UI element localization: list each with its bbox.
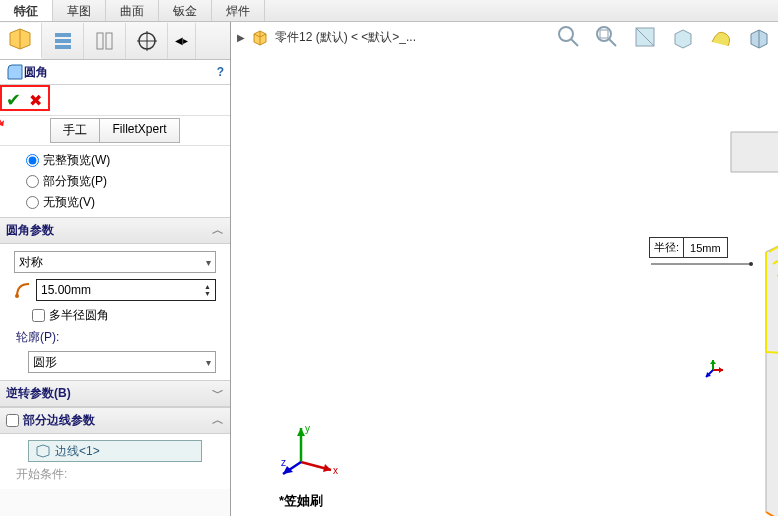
- tab-surface[interactable]: 曲面: [106, 0, 159, 21]
- dimension-label: 半径:: [650, 238, 684, 257]
- model-preview: [551, 92, 778, 516]
- part-icon: [251, 28, 269, 46]
- help-icon[interactable]: ?: [217, 65, 224, 79]
- panel-tab-feature[interactable]: [0, 23, 42, 59]
- svg-point-9: [559, 27, 573, 41]
- panel-tab-more[interactable]: ◀▸: [168, 23, 196, 59]
- svg-rect-0: [55, 33, 71, 37]
- mode-manual[interactable]: 手工: [50, 118, 99, 143]
- coordinate-axes-icon: x y z: [281, 422, 341, 482]
- svg-text:z: z: [281, 457, 286, 468]
- hide-show-icon[interactable]: [746, 24, 772, 50]
- config-icon: [94, 30, 116, 52]
- zoom-area-icon[interactable]: [594, 24, 620, 50]
- property-icon: [52, 30, 74, 52]
- tab-sheetmetal[interactable]: 钣金: [159, 0, 212, 21]
- edge-select-box[interactable]: 边线<1>: [28, 440, 202, 462]
- svg-rect-13: [600, 30, 608, 38]
- dimension-callout[interactable]: 半径: 15mm: [649, 237, 728, 258]
- origin-triad-icon: [701, 358, 725, 382]
- svg-point-11: [597, 27, 611, 41]
- svg-marker-28: [297, 428, 305, 436]
- cancel-button[interactable]: ✖: [29, 91, 42, 110]
- tab-sketch[interactable]: 草图: [53, 0, 106, 21]
- svg-marker-21: [710, 360, 716, 364]
- mode-filletxpert[interactable]: FilletXpert: [99, 118, 179, 143]
- chevron-up-icon[interactable]: ︿: [212, 412, 224, 429]
- section-reverse-params: 逆转参数(B): [6, 385, 71, 402]
- svg-rect-4: [106, 33, 112, 49]
- chevron-down-icon: ▾: [206, 357, 211, 368]
- label-profile: 轮廓(P):: [8, 327, 222, 348]
- radio-partial-preview[interactable]: [26, 175, 39, 188]
- graphics-area[interactable]: ▶ 零件12 (默认) < <默认>_...: [231, 22, 778, 516]
- profile-value: 圆形: [33, 354, 57, 371]
- panel-tab-property[interactable]: [42, 23, 84, 59]
- label-partial-preview: 部分预览(P): [43, 173, 107, 190]
- section-partial-edge: 部分边线参数: [23, 412, 95, 429]
- ok-button[interactable]: ✔: [6, 89, 21, 111]
- fillet-icon: [6, 63, 24, 81]
- radius-input[interactable]: 15.00mm ▲▼: [36, 279, 216, 301]
- chevron-left-icon: ◀▸: [175, 35, 188, 46]
- label-full-preview: 完整预览(W): [43, 152, 110, 169]
- svg-rect-3: [97, 33, 103, 49]
- radio-full-preview[interactable]: [26, 154, 39, 167]
- document-name[interactable]: 零件12 (默认) < <默认>_...: [275, 29, 416, 46]
- ribbon-tabs: 特征 草图 曲面 钣金 焊件: [0, 0, 778, 22]
- chevron-down-icon[interactable]: ﹀: [212, 385, 224, 402]
- panel-tabs: ◀▸: [0, 22, 230, 60]
- panel-tab-config[interactable]: [84, 23, 126, 59]
- svg-point-17: [749, 262, 753, 266]
- radius-icon: [14, 281, 32, 299]
- radio-no-preview[interactable]: [26, 196, 39, 209]
- symmetry-select[interactable]: 对称 ▾: [14, 251, 216, 273]
- svg-text:y: y: [305, 423, 310, 434]
- label-multi-radius: 多半径圆角: [49, 307, 109, 324]
- viewport[interactable]: 半径: 15mm x y z *笠妯刷: [231, 52, 778, 516]
- checkbox-multi-radius[interactable]: [32, 309, 45, 322]
- zoom-fit-icon[interactable]: [556, 24, 582, 50]
- spin-up[interactable]: ▲: [204, 283, 211, 290]
- section-fillet-params: 圆角参数: [6, 222, 54, 239]
- feature-title: 圆角: [24, 64, 211, 81]
- chevron-down-icon: ▾: [206, 257, 211, 268]
- status-text: *笠妯刷: [279, 492, 323, 510]
- svg-rect-2: [55, 45, 71, 49]
- svg-point-8: [15, 294, 19, 298]
- feature-tree-icon: [8, 27, 34, 53]
- edge-value: 边线<1>: [55, 443, 100, 460]
- spin-down[interactable]: ▼: [204, 290, 211, 297]
- svg-marker-19: [719, 367, 723, 373]
- tab-weldment[interactable]: 焊件: [212, 0, 265, 21]
- view-orient-icon[interactable]: [670, 24, 696, 50]
- feature-panel: ◀▸ 圆角 ? ✔ ✖ ➘ 手工 FilletXpert 完整预览(W) 部分预…: [0, 22, 231, 516]
- tab-feature[interactable]: 特征: [0, 0, 53, 21]
- profile-select[interactable]: 圆形 ▾: [28, 351, 216, 373]
- radius-value: 15.00mm: [41, 283, 91, 297]
- display-style-icon[interactable]: [708, 24, 734, 50]
- svg-line-12: [609, 39, 616, 46]
- label-start-condition: 开始条件:: [8, 464, 222, 485]
- symmetry-value: 对称: [19, 254, 43, 271]
- svg-text:x: x: [333, 465, 338, 476]
- label-no-preview: 无预览(V): [43, 194, 95, 211]
- view-toolbar: [556, 24, 772, 50]
- svg-rect-1: [55, 39, 71, 43]
- target-icon: [136, 30, 158, 52]
- chevron-up-icon[interactable]: ︿: [212, 222, 224, 239]
- checkbox-partial-edge[interactable]: [6, 414, 19, 427]
- edge-icon: [35, 443, 51, 459]
- panel-tab-dim[interactable]: [126, 23, 168, 59]
- breadcrumb-arrow-icon[interactable]: ▶: [237, 32, 245, 43]
- section-view-icon[interactable]: [632, 24, 658, 50]
- svg-line-10: [571, 39, 578, 46]
- dimension-value[interactable]: 15mm: [684, 240, 727, 256]
